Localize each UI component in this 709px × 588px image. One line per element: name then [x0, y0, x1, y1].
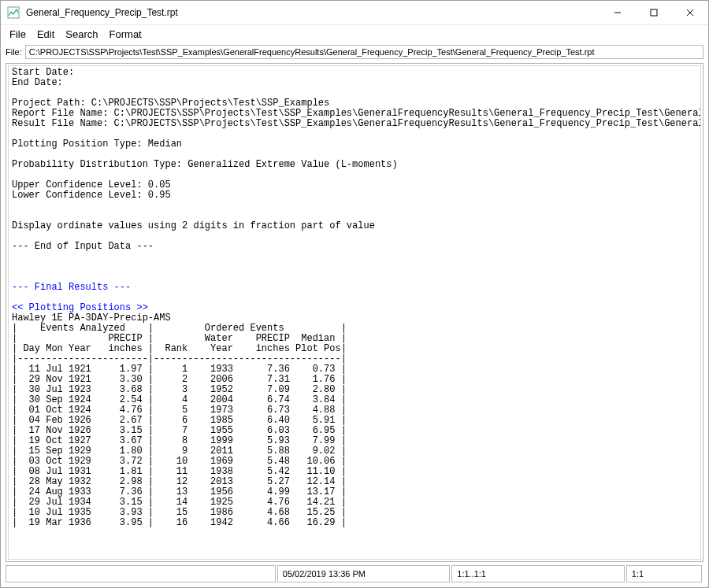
menu-edit[interactable]: Edit [32, 27, 60, 42]
statusbar: 05/02/2019 13:36 PM 1:1..1:1 1:1 [6, 565, 703, 582]
svg-rect-2 [651, 9, 657, 16]
status-cell-datetime: 05/02/2019 13:36 PM [277, 565, 451, 582]
close-button[interactable] [672, 1, 708, 24]
menu-file[interactable]: File [4, 27, 32, 42]
app-icon [7, 6, 20, 19]
menu-format[interactable]: Format [104, 27, 147, 42]
svg-rect-0 [8, 7, 19, 18]
maximize-button[interactable] [636, 1, 672, 24]
status-cell-position: 1:1..1:1 [451, 565, 625, 582]
status-cell-blank [6, 565, 276, 582]
file-label: File: [6, 47, 22, 57]
file-path-row: File: [1, 43, 708, 63]
minimize-button[interactable] [599, 1, 636, 24]
titlebar[interactable]: General_Frequency_Precip_Test.rpt [1, 1, 708, 25]
status-cell-mode: 1:1 [626, 565, 702, 582]
file-path-input[interactable] [25, 45, 703, 59]
text-editor[interactable]: Start Date: End Date: Project Path: C:\P… [9, 66, 700, 559]
app-window: General_Frequency_Precip_Test.rpt File E… [0, 0, 709, 588]
editor-frame: Start Date: End Date: Project Path: C:\P… [6, 63, 703, 562]
window-title: General_Frequency_Precip_Test.rpt [26, 7, 178, 18]
menubar: File Edit Search Format [1, 25, 708, 43]
menu-search[interactable]: Search [60, 27, 103, 42]
